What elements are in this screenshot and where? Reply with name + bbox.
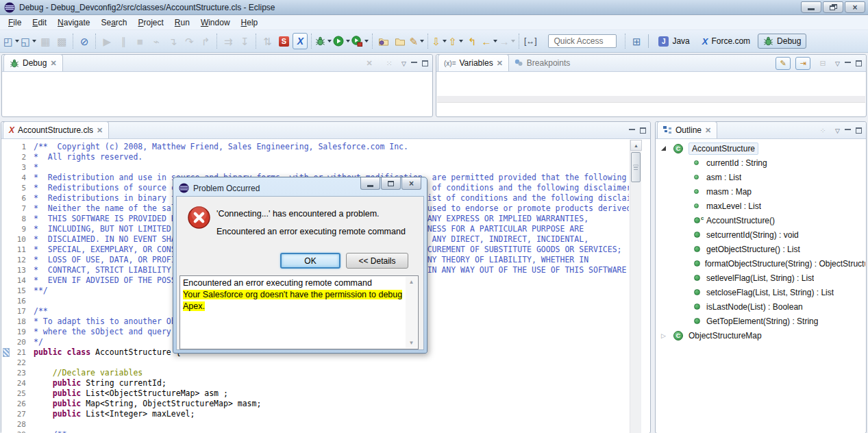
perspective-java[interactable]: JJava	[654, 34, 694, 49]
open-resource-icon[interactable]	[376, 33, 391, 49]
expander-closed-icon[interactable]: ▷	[661, 332, 668, 339]
tab-outline[interactable]: Outline ✕	[657, 121, 717, 138]
menu-search[interactable]: Search	[95, 16, 132, 29]
ok-button[interactable]: OK	[280, 253, 340, 269]
folder-icon[interactable]	[393, 33, 408, 49]
disconnect-icon[interactable]: ⌁	[149, 33, 164, 49]
back-icon[interactable]: ←	[481, 33, 497, 49]
menu-help[interactable]: Help	[236, 16, 264, 29]
menu-file[interactable]: File	[3, 16, 27, 29]
variables-detail-sash[interactable]	[437, 96, 865, 102]
minimize-view-icon[interactable]	[845, 128, 851, 130]
maximize-view-icon[interactable]	[856, 127, 862, 134]
minimize-view-icon[interactable]	[845, 61, 851, 63]
view-menu-icon[interactable]: ▽	[835, 127, 840, 134]
maximize-view-icon[interactable]	[422, 60, 428, 66]
new-wizard-icon[interactable]: ◰	[3, 33, 19, 49]
step-into-icon[interactable]: ↴	[165, 33, 180, 49]
outline-item-getobjectstructure[interactable]: getObjectStructure() : List	[656, 242, 865, 256]
editor-vertical-scrollbar[interactable]: ▲	[630, 140, 641, 433]
tab-accountstructure-cls[interactable]: X AccountStructure.cls ✕	[3, 121, 109, 138]
highlighter-icon[interactable]: ✎	[409, 33, 424, 49]
minimize-editor-icon[interactable]	[629, 128, 635, 130]
sync-project-icon[interactable]: ⇅	[260, 33, 275, 49]
outline-item-setlevelflag[interactable]: setlevelFlag(List, String) : List	[656, 271, 865, 285]
show-logical-structures-icon[interactable]: ⇥	[795, 57, 810, 70]
quick-access-input[interactable]: Quick Access	[548, 34, 617, 48]
restore-button[interactable]	[823, 1, 843, 13]
close-icon[interactable]: ✕	[705, 126, 711, 135]
drop-to-frame-icon[interactable]: ↧	[237, 33, 252, 49]
dialog-close-button[interactable]: ×	[401, 177, 421, 190]
open-perspective-icon[interactable]: ⊞	[629, 33, 644, 49]
outline-item-setcloseflag[interactable]: setcloseFlag(List, List, String) : List	[656, 285, 865, 299]
run-icon[interactable]	[333, 33, 350, 49]
outline-item-asm[interactable]: asm : List	[656, 170, 865, 184]
minimize-view-icon[interactable]	[411, 61, 417, 63]
perspective-debug[interactable]: Debug	[758, 34, 806, 49]
menu-edit[interactable]: Edit	[27, 16, 52, 29]
debug-bug-icon[interactable]	[315, 33, 332, 49]
scroll-down-icon[interactable]: ▼	[406, 338, 417, 348]
skip-breakpoints-icon[interactable]: ⊘	[77, 33, 92, 49]
outline-item-masm[interactable]: masm : Map	[656, 184, 865, 199]
run-last-icon[interactable]	[351, 33, 369, 49]
perspective-force-com[interactable]: XForce.com	[697, 34, 755, 49]
save-icon[interactable]: ▦	[38, 33, 53, 49]
outline-item-formatobjectstructure[interactable]: formatObjectStructure(String) : ObjectSt…	[656, 256, 865, 271]
menu-window[interactable]: Window	[195, 16, 236, 29]
maximize-editor-icon[interactable]	[640, 127, 646, 134]
menu-run[interactable]: Run	[169, 16, 195, 29]
focus-icon[interactable]: ⁘	[815, 124, 830, 137]
outline-item-objectstructuremap[interactable]: ▷CObjectStructureMap	[656, 328, 865, 343]
view-menu-icon[interactable]: ▽	[401, 60, 406, 67]
forcecom-sync-icon[interactable]: X	[293, 33, 308, 49]
close-icon[interactable]: ✕	[97, 126, 103, 135]
close-icon[interactable]: ✕	[497, 59, 503, 68]
view-menu-icon[interactable]: ▽	[835, 60, 840, 67]
expander-open-icon[interactable]	[661, 146, 668, 151]
scroll-up-icon[interactable]: ▲	[406, 277, 417, 287]
forward-icon[interactable]: →	[499, 33, 515, 49]
step-return-icon[interactable]: ↱	[198, 33, 213, 49]
menu-project[interactable]: Project	[132, 16, 169, 29]
minimize-button[interactable]	[801, 1, 821, 13]
close-button[interactable]: ×	[845, 1, 865, 13]
details-button[interactable]: << Details	[346, 253, 408, 269]
outline-item-currentid[interactable]: currentId : String	[656, 156, 865, 170]
outline-item-accountstructure[interactable]: cAccountStructure()	[656, 213, 865, 227]
dialog-restore-button[interactable]	[381, 177, 401, 190]
collapse-all-icon[interactable]: ⊟	[815, 57, 830, 70]
outline-item-islastnode[interactable]: isLastNode(List) : Boolean	[656, 299, 865, 314]
details-text-area[interactable]: Encountered an error executing remote co…	[179, 275, 419, 349]
resume-icon[interactable]: ▶	[99, 33, 114, 49]
remove-terminated-icon[interactable]: ✕	[362, 57, 377, 70]
show-logical-structure-icon[interactable]: ⇉	[221, 33, 236, 49]
scrollbar-thumb[interactable]	[631, 152, 641, 182]
new-force-project-icon[interactable]: ◱	[21, 33, 36, 49]
outline-item-setcurrentid[interactable]: setcurrentId(String) : void	[656, 227, 865, 242]
apex-save-icon[interactable]: S	[276, 33, 291, 49]
save-all-icon[interactable]: ▩	[54, 33, 69, 49]
menu-navigate[interactable]: Navigate	[52, 16, 95, 29]
maximize-view-icon[interactable]	[856, 60, 862, 66]
outline-item-gettopelement[interactable]: GetTopElement(String) : String	[656, 314, 865, 328]
dialog-minimize-button[interactable]	[360, 177, 380, 190]
thread-grouping-icon[interactable]: ⁙	[382, 57, 397, 70]
step-over-icon[interactable]: ↷	[182, 33, 197, 49]
scroll-up-icon[interactable]: ▲	[630, 140, 642, 151]
prev-annotation-icon[interactable]: ⇧	[448, 33, 463, 49]
next-annotation-icon[interactable]: ⇩	[432, 33, 447, 49]
close-icon[interactable]: ✕	[50, 59, 56, 68]
outline-item-maxlevel[interactable]: maxLevel : List	[656, 199, 865, 213]
pin-editor-icon[interactable]: [↔]	[523, 33, 538, 49]
terminate-icon[interactable]: ■	[132, 33, 147, 49]
tab-variables[interactable]: (x)= Variables ✕	[438, 54, 509, 71]
last-edit-location-icon[interactable]: ↰	[464, 33, 480, 49]
show-type-names-icon[interactable]: ✎	[776, 57, 791, 70]
tab-debug[interactable]: Debug ✕	[3, 54, 63, 71]
outline-item-accountstructure[interactable]: CAccountStructure	[656, 141, 865, 156]
suspend-icon[interactable]: ∥	[116, 33, 131, 49]
details-scrollbar[interactable]: ▲ ▼	[406, 277, 417, 348]
tab-breakpoints[interactable]: Breakpoints	[509, 54, 575, 71]
